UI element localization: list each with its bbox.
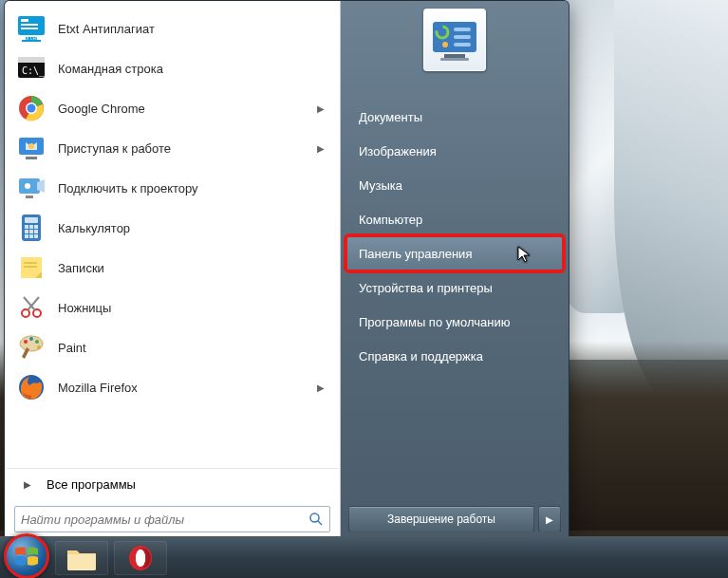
windows-logo-icon [12, 542, 41, 570]
svg-rect-14 [26, 157, 37, 159]
svg-rect-24 [25, 230, 28, 233]
program-item-projector[interactable]: Подключить к проектору [10, 168, 334, 208]
program-label: Приступая к работе [58, 141, 306, 156]
system-link-music[interactable]: Музыка [346, 168, 563, 202]
etxt-icon: TXT.RU [16, 13, 47, 44]
paint-icon [16, 332, 47, 363]
system-link-label: Изображения [359, 144, 437, 158]
svg-point-40 [37, 345, 41, 349]
start-menu: TXT.RUEtxt АнтиплагиатC:\_Командная стро… [4, 0, 569, 541]
sticky-notes-icon [16, 252, 47, 283]
submenu-arrow-icon: ▶ [317, 103, 325, 114]
start-menu-right-panel: ДокументыИзображенияМузыкаКомпьютерПанел… [341, 1, 569, 540]
system-link-label: Программы по умолчанию [359, 315, 510, 329]
svg-rect-25 [29, 230, 33, 233]
submenu-arrow-icon: ▶ [317, 143, 325, 154]
system-links-list: ДокументыИзображенияМузыкаКомпьютерПанел… [341, 100, 569, 373]
svg-rect-28 [29, 234, 33, 238]
program-item-sticky-notes[interactable]: Записки [10, 248, 334, 288]
all-programs-label: Все программы [47, 477, 136, 492]
svg-point-38 [29, 337, 33, 341]
svg-point-39 [35, 340, 39, 344]
svg-rect-8 [18, 57, 45, 63]
program-label: Paint [58, 341, 328, 355]
program-label: Подключить к проектору [58, 181, 328, 196]
program-label: Etxt Антиплагиат [58, 22, 328, 36]
program-item-snipping-tool[interactable]: Ножницы [10, 288, 334, 327]
taskbar-pinned [55, 541, 167, 575]
program-label: Записки [58, 261, 328, 275]
svg-point-59 [136, 550, 145, 567]
all-programs-item[interactable]: ▶ Все программы [7, 468, 338, 500]
start-menu-left-panel: TXT.RUEtxt АнтиплагиатC:\_Командная стро… [5, 1, 341, 540]
user-picture-frame[interactable] [423, 9, 486, 71]
svg-rect-4 [21, 24, 38, 26]
system-link-label: Справка и поддержка [359, 349, 483, 364]
start-button[interactable] [4, 533, 49, 579]
svg-line-43 [318, 521, 322, 525]
shutdown-button[interactable]: Завершение работы [348, 506, 534, 532]
chrome-icon [16, 93, 47, 123]
search-icon [308, 512, 324, 527]
taskbar-item-opera[interactable] [114, 541, 167, 575]
program-item-cmd[interactable]: C:\_Командная строка [10, 48, 334, 88]
program-item-getting-started[interactable]: Приступая к работе▶ [10, 128, 334, 168]
cmd-icon: C:\_ [16, 53, 47, 84]
cursor-icon [516, 245, 533, 264]
svg-point-42 [310, 513, 319, 522]
svg-rect-27 [25, 234, 28, 238]
svg-point-12 [28, 104, 36, 113]
system-link-documents[interactable]: Документы [346, 100, 563, 134]
svg-rect-17 [26, 196, 33, 198]
taskbar-item-explorer[interactable] [55, 541, 108, 575]
program-item-paint[interactable]: Paint [10, 327, 334, 367]
svg-rect-45 [444, 54, 465, 58]
system-link-label: Музыка [359, 178, 402, 193]
projector-icon [16, 173, 47, 203]
svg-text:TXT.RU: TXT.RU [23, 35, 40, 41]
svg-rect-50 [454, 35, 471, 39]
system-link-label: Документы [359, 110, 422, 124]
svg-rect-29 [34, 234, 38, 238]
all-programs-arrow-icon: ▶ [24, 479, 31, 490]
shutdown-options-button[interactable]: ▶ [538, 506, 561, 532]
system-link-pictures[interactable]: Изображения [346, 134, 563, 168]
program-label: Google Chrome [58, 102, 306, 116]
svg-point-48 [442, 42, 448, 47]
shutdown-label: Завершение работы [387, 513, 495, 526]
system-link-control-panel[interactable]: Панель управления [346, 236, 563, 270]
opera-icon [126, 544, 155, 572]
calculator-icon [16, 213, 47, 243]
system-link-label: Устройства и принтеры [359, 281, 493, 295]
svg-rect-22 [29, 225, 33, 229]
svg-rect-26 [34, 230, 38, 233]
system-link-label: Панель управления [359, 247, 472, 261]
snipping-tool-icon [16, 292, 47, 323]
program-label: Mozilla Firefox [58, 381, 306, 395]
program-item-chrome[interactable]: Google Chrome▶ [10, 88, 334, 128]
taskbar [0, 536, 728, 578]
program-label: Ножницы [58, 301, 328, 315]
program-list: TXT.RUEtxt АнтиплагиатC:\_Командная стро… [7, 7, 338, 466]
system-link-label: Компьютер [359, 213, 422, 227]
program-item-calculator[interactable]: Калькулятор [10, 208, 334, 248]
control-panel-preview-icon [431, 18, 478, 62]
svg-rect-20 [25, 217, 38, 223]
search-input[interactable] [21, 513, 308, 527]
svg-rect-5 [21, 28, 38, 29]
folder-icon [65, 545, 98, 571]
program-item-firefox[interactable]: Mozilla Firefox▶ [10, 367, 334, 407]
system-link-default-programs[interactable]: Программы по умолчанию [346, 305, 563, 339]
system-link-computer[interactable]: Компьютер [346, 202, 563, 236]
svg-point-18 [25, 183, 30, 189]
program-label: Командная строка [58, 62, 328, 76]
system-link-help-support[interactable]: Справка и поддержка [346, 339, 563, 373]
svg-rect-49 [454, 28, 471, 31]
program-item-etxt[interactable]: TXT.RUEtxt Антиплагиат [10, 9, 334, 48]
search-box[interactable] [14, 506, 330, 532]
svg-rect-46 [440, 58, 469, 61]
svg-point-37 [24, 340, 28, 344]
shutdown-row: Завершение работы ▶ [341, 498, 569, 540]
system-link-devices-printers[interactable]: Устройства и принтеры [346, 270, 563, 305]
svg-text:C:\_: C:\_ [22, 65, 46, 77]
